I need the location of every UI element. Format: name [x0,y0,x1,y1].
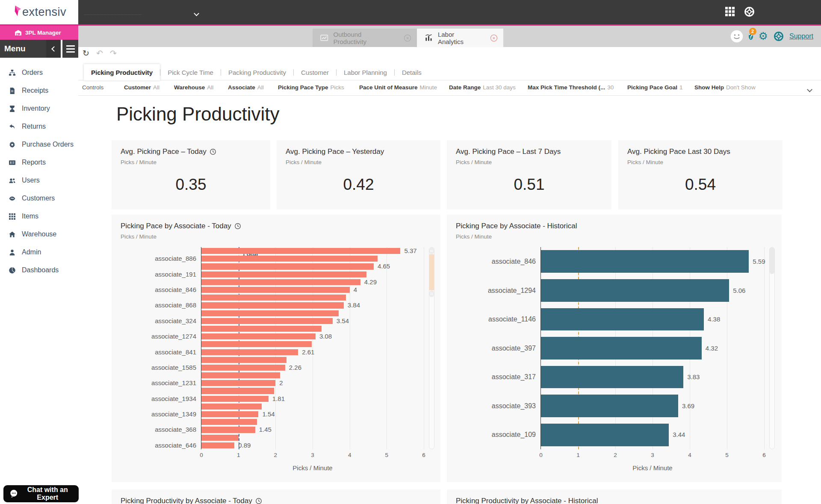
bar[interactable] [201,341,312,347]
bar[interactable] [201,442,234,448]
clock-icon [255,498,262,504]
scroll-thumb[interactable] [770,248,774,274]
bar[interactable] [201,248,400,254]
scroll-handle-bottom[interactable] [429,290,434,297]
bar[interactable] [201,256,378,262]
chart-scrollbar[interactable] [429,247,434,449]
sidebar-item-label: Inventory [22,105,50,112]
bar[interactable] [201,287,350,293]
bar[interactable] [541,366,683,389]
control-warehouse[interactable]: WarehouseAll [174,84,213,91]
bar[interactable] [541,395,678,417]
control-picking-pace-goal[interactable]: Picking Pace Goal1 [627,84,683,91]
bar[interactable] [201,279,360,285]
smiley-icon[interactable] [730,30,743,43]
control-pace-unit-of-measure[interactable]: Pace Unit of MeasureMinute [359,84,437,91]
apps-grid-icon[interactable] [725,7,735,17]
refresh-icon[interactable]: ↻ [81,48,91,58]
sidebar-item-orders[interactable]: Orders [0,64,78,82]
workspace-tab-labor-analytics[interactable]: Labor Analytics× [417,29,503,47]
chart-scrollbar[interactable] [769,247,775,449]
chevron-down-icon[interactable] [195,9,200,15]
x-axis-tick-label: 3 [305,452,320,458]
bar[interactable] [201,388,274,394]
warehouse-badge-icon [15,29,22,36]
y-axis-label: associate_1274 [115,333,196,340]
controls-chevron-down-icon[interactable] [808,85,812,93]
sidebar-item-warehouse[interactable]: Warehouse [0,225,78,243]
scroll-zoom-region[interactable] [429,254,434,290]
bar[interactable] [201,411,258,417]
bar[interactable] [201,349,298,355]
support-life-ring-icon[interactable] [774,31,784,41]
workspace-tab-outbound-productivity[interactable]: Outbound Productivity× [313,29,417,47]
bar[interactable] [201,302,344,308]
close-icon[interactable]: × [490,35,497,41]
tab-pick-cycle-time[interactable]: Pick Cycle Time [160,64,221,80]
sidebar-item-purchase-orders[interactable]: Purchase Orders [0,136,78,153]
bar[interactable] [201,380,275,386]
gear-icon[interactable]: ⚙ [759,31,768,42]
extensiv-logo[interactable]: extensiv [0,0,78,24]
help-button[interactable]: ? 2 [749,31,753,42]
bar[interactable] [201,365,285,371]
sidebar-item-customers[interactable]: Customers [0,189,78,207]
bar[interactable] [541,337,702,360]
control-max-pick-time-threshold-[interactable]: Max Pick Time Threshold (...30 [528,84,614,91]
sidebar-item-inventory[interactable]: Inventory [0,100,78,118]
bar[interactable] [541,424,669,446]
bar[interactable] [201,271,366,277]
chat-with-expert-button[interactable]: Chat with an Expert [3,485,79,502]
bar[interactable] [201,404,262,410]
sidebar-item-admin[interactable]: Admin [0,243,78,261]
kpi-title-text: Avg. Picking Pace – Yesterday [286,147,384,156]
bar-chart-icon [425,34,433,42]
redo-icon[interactable]: ↷ [109,48,118,58]
bar[interactable] [201,263,374,269]
scroll-handle-top[interactable] [429,248,434,254]
bar[interactable] [201,295,346,301]
tab-customer[interactable]: Customer [294,64,336,80]
y-axis-label: associate_324 [115,317,196,325]
sidebar-item-dashboards[interactable]: Dashboards [0,261,78,279]
bar[interactable] [541,279,729,302]
sidebar-item-returns[interactable]: Returns [0,118,78,136]
hamburger-menu-icon[interactable] [62,40,78,58]
sidebar-collapse-button[interactable] [46,40,61,58]
bar[interactable] [201,396,269,402]
support-link[interactable]: Support [789,32,813,40]
control-customer[interactable]: CustomerAll [124,84,159,91]
bar[interactable] [541,250,749,273]
bar-value-label: 4.65 [378,262,390,270]
undo-icon[interactable]: ↶ [95,48,104,58]
y-axis-label: associate_1146 [451,305,536,334]
life-ring-icon[interactable] [744,6,755,17]
bar[interactable] [201,435,239,441]
bar[interactable] [201,419,257,425]
sidebar-item-items[interactable]: Items [0,207,78,225]
bar[interactable] [201,333,316,339]
workspace-tab-strip: Outbound Productivity×Labor Analytics× ?… [78,26,821,47]
tab-picking-productivity[interactable]: Picking Productivity [84,64,160,80]
control-associate[interactable]: AssociateAll [228,84,264,91]
sidebar-item-receipts[interactable]: Receipts [0,82,78,100]
tab-details[interactable]: Details [395,64,429,80]
sidebar-item-users[interactable]: Users [0,171,78,189]
tab-packing-productivity[interactable]: Packing Productivity [221,64,293,80]
line-chart-icon [320,34,328,42]
sidebar-item-reports[interactable]: Reports [0,153,78,171]
bar[interactable] [201,326,322,332]
control-date-range[interactable]: Date RangeLast 30 days [449,84,516,91]
tab-labor-planning[interactable]: Labor Planning [337,64,394,80]
x-axis-tick-label: 2 [608,452,623,458]
bar[interactable] [201,372,280,378]
bar[interactable] [201,427,255,433]
product-badge[interactable]: 3PL Manager [0,26,78,40]
bar[interactable] [201,310,339,316]
bar[interactable] [541,308,704,331]
close-icon[interactable]: × [404,35,411,41]
control-picking-pace-type[interactable]: Picking Pace TypePicks [278,84,344,91]
bar[interactable] [201,357,286,363]
control-show-help[interactable]: Show HelpDon't Show [694,84,756,91]
bar[interactable] [201,318,333,324]
